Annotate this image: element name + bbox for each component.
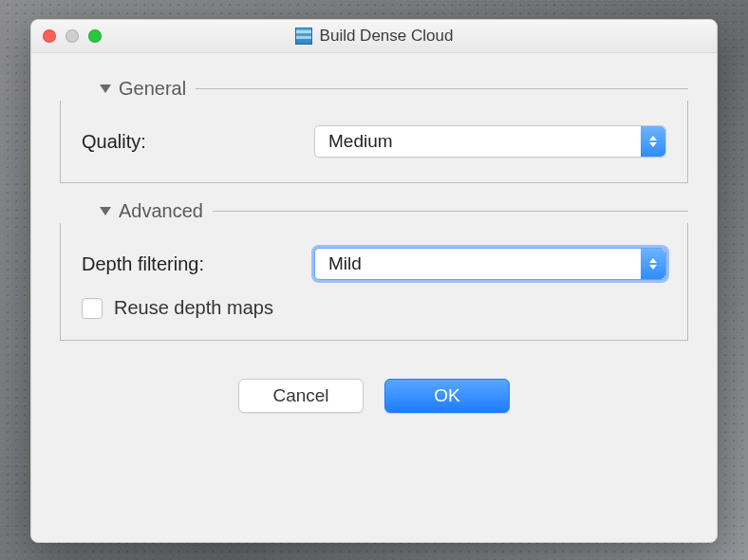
dropdown-stepper-icon [641,126,665,157]
section-header-general[interactable]: General [100,78,688,100]
reuse-depth-maps-checkbox[interactable] [82,298,103,319]
section-box-advanced: Depth filtering: Mild Reuse depth maps [60,223,688,341]
depth-filtering-value: Mild [328,253,362,274]
section-general: General Quality: Medium [60,78,688,183]
chevron-down-icon [100,207,111,215]
title-wrap: Build Dense Cloud [295,27,454,46]
reuse-depth-maps-label: Reuse depth maps [114,297,273,319]
section-box-general: Quality: Medium [60,101,688,183]
ok-button-label: OK [434,385,459,406]
section-title-general: General [119,78,186,100]
depth-filtering-select[interactable]: Mild [314,248,666,280]
reuse-depth-maps-row: Reuse depth maps [82,297,666,319]
window-controls [43,29,102,43]
app-icon [295,28,312,45]
dropdown-stepper-icon [641,249,665,279]
quality-row: Quality: Medium [82,125,666,158]
chevron-down-icon [100,84,111,93]
divider [196,88,688,89]
section-title-advanced: Advanced [119,200,203,222]
button-bar: Cancel OK [60,379,688,413]
window-title: Build Dense Cloud [320,27,454,46]
minimize-icon [65,29,79,43]
quality-select[interactable]: Medium [314,125,666,158]
build-dense-cloud-dialog: Build Dense Cloud General Quality: Mediu… [30,19,718,543]
close-icon[interactable] [43,29,56,43]
cancel-button-label: Cancel [272,385,328,406]
quality-value: Medium [328,131,393,152]
section-header-advanced[interactable]: Advanced [100,200,688,222]
ok-button[interactable]: OK [384,379,510,413]
titlebar: Build Dense Cloud [31,20,717,53]
dialog-body: General Quality: Medium Adv [31,53,717,542]
depth-filtering-label: Depth filtering: [82,253,314,275]
section-advanced: Advanced Depth filtering: Mild Reuse dep… [60,200,688,341]
divider [213,211,688,212]
depth-filtering-row: Depth filtering: Mild [82,248,666,280]
maximize-icon[interactable] [88,29,102,43]
cancel-button[interactable]: Cancel [238,379,364,413]
quality-label: Quality: [82,131,314,153]
